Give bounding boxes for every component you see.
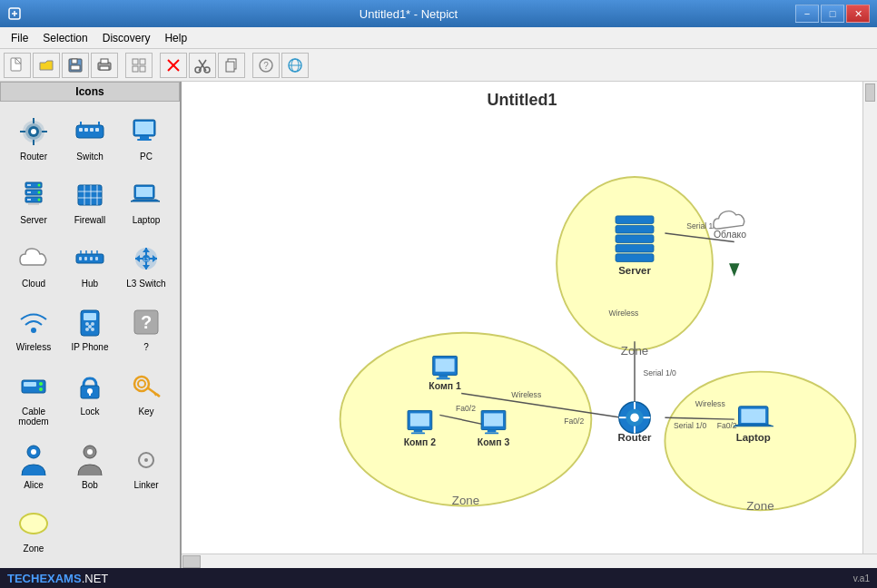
ipphone-label: IP Phone <box>72 342 109 352</box>
komp1-label: Комп 1 <box>429 381 461 391</box>
new-button[interactable] <box>4 53 31 78</box>
svg-rect-7 <box>71 65 80 70</box>
icon-wireless[interactable]: Wireless <box>7 299 60 359</box>
icon-cloud[interactable]: Cloud <box>7 236 60 296</box>
svg-point-101 <box>138 380 145 387</box>
icons-grid: Router Switch <box>0 102 180 568</box>
icon-firewall[interactable]: Firewall <box>64 172 116 232</box>
cut-button[interactable] <box>189 53 216 78</box>
svg-point-110 <box>144 458 148 462</box>
horizontal-scrollbar[interactable] <box>182 554 877 568</box>
cloud-node-label: Облако <box>714 230 746 240</box>
icons-header: Icons <box>0 82 180 102</box>
linker-icon <box>128 442 164 478</box>
router-node-label: Router <box>618 432 652 443</box>
svg-text:Serial 1/0: Serial 1/0 <box>674 421 706 430</box>
svg-text:?: ? <box>141 312 152 332</box>
server-rack1 <box>616 216 654 224</box>
svg-rect-38 <box>84 128 88 132</box>
help-button[interactable]: ? <box>252 53 280 78</box>
icon-hub[interactable]: Hub <box>64 236 116 296</box>
print-button[interactable] <box>91 53 118 78</box>
svg-text:Fa0/2: Fa0/2 <box>456 404 476 413</box>
zone-top <box>557 177 713 350</box>
maximize-button[interactable]: □ <box>821 5 844 23</box>
menu-selection[interactable]: Selection <box>35 30 94 46</box>
svg-rect-39 <box>90 128 94 132</box>
svg-text:Wireless: Wireless <box>608 309 638 318</box>
svg-point-89 <box>91 328 94 331</box>
menu-discovery[interactable]: Discovery <box>95 30 158 46</box>
key-label: Key <box>138 407 153 416</box>
vertical-scrollbar[interactable] <box>862 82 877 554</box>
menu-bar: File Selection Discovery Help <box>0 27 877 49</box>
menu-help[interactable]: Help <box>157 30 194 46</box>
svg-rect-127 <box>741 409 765 423</box>
icon-laptop[interactable]: Laptop <box>120 172 172 232</box>
icon-ipphone[interactable]: IP Phone <box>64 299 116 359</box>
close-button[interactable]: ✕ <box>846 5 870 23</box>
canvas-area[interactable]: Untitled1 Zone Zone Zone W <box>182 82 862 554</box>
menu-file[interactable]: File <box>4 30 35 46</box>
icon-bob[interactable]: Bob <box>64 437 116 497</box>
wireless-label: Wireless <box>16 342 51 352</box>
svg-point-106 <box>31 449 36 455</box>
svg-rect-11 <box>133 59 138 64</box>
svg-rect-44 <box>135 122 153 134</box>
server-node-label: Server <box>618 265 651 276</box>
server-rack4 <box>616 244 654 252</box>
minimize-button[interactable]: − <box>795 5 819 23</box>
pc-icon <box>128 113 164 150</box>
svg-text:Wireless: Wireless <box>695 399 725 408</box>
copy-button[interactable] <box>218 53 245 78</box>
svg-rect-71 <box>84 257 87 260</box>
svg-point-96 <box>39 387 43 391</box>
server-rack2 <box>616 225 654 233</box>
server-rack5 <box>616 254 654 262</box>
open-button[interactable] <box>33 53 60 78</box>
icon-lock[interactable]: Lock <box>64 364 116 434</box>
icon-key[interactable]: Key <box>120 364 172 434</box>
firewall-icon <box>72 177 108 213</box>
svg-point-86 <box>85 322 89 326</box>
svg-rect-135 <box>488 430 497 433</box>
zone-left-label: Zone <box>452 494 479 507</box>
lock-icon <box>72 368 108 405</box>
svg-point-55 <box>38 199 41 201</box>
grid-button[interactable] <box>125 53 153 78</box>
cablemodem-icon <box>15 368 52 405</box>
svg-point-108 <box>87 449 93 455</box>
router-label: Router <box>20 152 47 162</box>
internet-button[interactable] <box>281 53 309 78</box>
svg-rect-40 <box>95 128 99 132</box>
icon-switch[interactable]: Switch <box>64 109 116 169</box>
icon-zone[interactable]: Zone <box>7 501 60 561</box>
main-area: Icons Router <box>0 82 877 568</box>
switch-label: Switch <box>76 152 103 162</box>
svg-rect-85 <box>84 313 96 320</box>
icon-l3switch[interactable]: L3 L3 Switch <box>120 236 172 296</box>
svg-point-88 <box>85 328 89 331</box>
delete-button[interactable] <box>160 53 187 78</box>
icon-server[interactable]: Server <box>7 172 60 232</box>
svg-point-53 <box>38 184 41 187</box>
icon-cablemodem[interactable]: Cable modem <box>7 364 60 434</box>
icon-unknown[interactable]: ? ? <box>120 299 172 359</box>
svg-rect-131 <box>410 413 429 426</box>
svg-rect-99 <box>89 392 91 396</box>
icon-linker[interactable]: Linker <box>120 437 172 497</box>
linker-label: Linker <box>133 480 158 490</box>
l3switch-label: L3 Switch <box>126 279 165 289</box>
icon-pc[interactable]: PC <box>120 109 172 169</box>
icon-alice[interactable]: Alice <box>7 437 60 497</box>
zone-icon <box>15 505 52 542</box>
window-controls: − □ ✕ <box>795 5 870 23</box>
wireless-icon <box>15 304 52 340</box>
icon-router[interactable]: Router <box>7 109 60 169</box>
svg-rect-56 <box>28 203 39 205</box>
arrow-indicator <box>729 263 739 276</box>
svg-point-90 <box>88 325 92 328</box>
unknown-icon: ? <box>128 304 164 340</box>
svg-rect-52 <box>27 199 31 201</box>
save-button[interactable] <box>62 53 89 78</box>
